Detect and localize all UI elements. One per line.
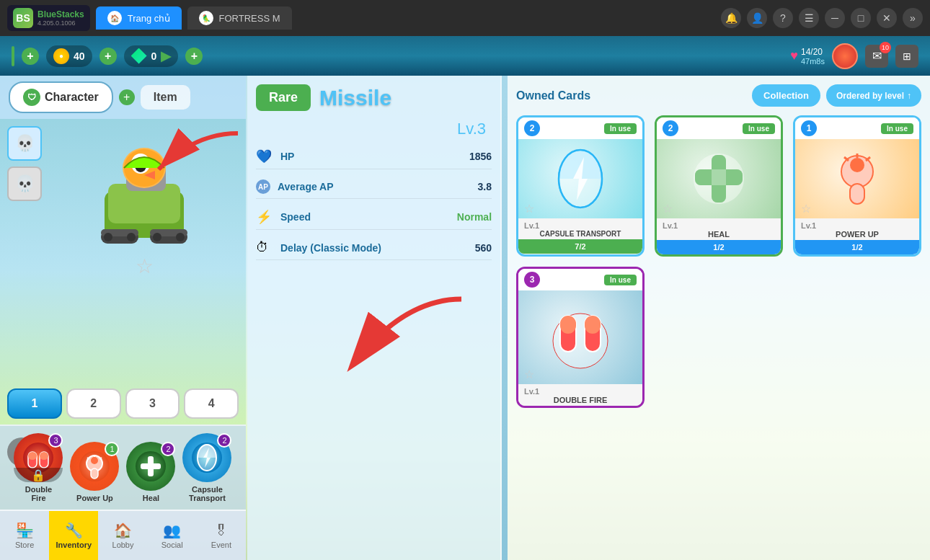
game-area: 🛡 Character + Item 💀 💀 xyxy=(0,76,930,560)
svg-rect-47 xyxy=(850,184,864,204)
nav-bar: 🏪 Store 🔧 Inventory 🏠 Lobby 👥 Social 🎖 E… xyxy=(0,510,246,560)
slot-btn-2[interactable]: 2 xyxy=(66,388,121,419)
capsule-star: ☆ xyxy=(524,202,534,215)
nav-inventory[interactable]: 🔧 Inventory xyxy=(49,511,98,560)
ordered-btn[interactable]: Ordered by level ↑ xyxy=(826,84,921,107)
skill-power-up[interactable]: 1 Power Up xyxy=(70,442,119,502)
minimize-btn[interactable]: ─ xyxy=(825,8,845,28)
capsule-card-image: ☆ xyxy=(518,139,642,218)
bs-name: BlueStacks xyxy=(37,9,84,19)
svg-rect-32 xyxy=(141,463,161,469)
capsule-name: CAPSULE TRANSPORT xyxy=(524,230,637,238)
hp-label: HP xyxy=(280,151,427,162)
card-powerup[interactable]: 1 In use ☆ Lv.1 POWER UP xyxy=(793,115,921,257)
close-btn[interactable]: ✕ xyxy=(877,8,897,28)
cards-header: Owned Cards Collection Ordered by level … xyxy=(516,84,921,107)
help-btn[interactable]: ? xyxy=(773,8,793,28)
skill-heal-wrap: 2 xyxy=(126,442,175,491)
char-badge-2[interactable]: 💀 xyxy=(7,166,42,201)
rarity-badge: Rare xyxy=(256,84,311,111)
skills-bar: 3 🔒 DoubleFire xyxy=(0,425,246,510)
stats-panel: Rare Missile Lv.3 💙 HP 1856 AP Average A… xyxy=(247,76,502,560)
v-divider xyxy=(502,76,508,560)
heal-label: Heal xyxy=(143,494,159,502)
slot-btn-4[interactable]: 4 xyxy=(184,388,239,419)
expand-btn[interactable]: » xyxy=(903,8,923,28)
nav-lobby-label: Lobby xyxy=(112,541,134,549)
double-fire-label: DoubleFire xyxy=(25,485,52,502)
nav-event[interactable]: 🎖 Event xyxy=(197,511,246,560)
svg-line-49 xyxy=(844,157,849,161)
heal-svg xyxy=(690,146,748,211)
add-heart-btn[interactable]: + xyxy=(185,48,203,65)
hearts-count: 14/20 xyxy=(801,47,825,57)
gem-icon xyxy=(131,48,147,64)
svg-rect-54 xyxy=(560,316,576,334)
coin-icon: ● xyxy=(53,48,69,64)
slot-btn-3[interactable]: 3 xyxy=(125,388,180,419)
card-heal[interactable]: 2 In use ☆ Lv.1 HEAL xyxy=(655,115,783,257)
account-btn[interactable]: 👤 xyxy=(747,8,767,28)
powerup-card-image: ☆ xyxy=(795,139,919,218)
maximize-btn[interactable]: □ xyxy=(851,8,871,28)
nav-event-label: Event xyxy=(211,541,231,549)
svg-rect-22 xyxy=(40,452,48,460)
lobby-icon: 🏠 xyxy=(114,522,132,539)
add-item-icon[interactable]: + xyxy=(119,89,135,105)
doublefire-star: ☆ xyxy=(524,368,534,381)
char-badge-1[interactable]: 💀 xyxy=(7,126,42,161)
card-capsule[interactable]: 2 In use ☆ Lv.1 CAPSULE TR xyxy=(516,115,645,257)
card-doublefire[interactable]: 3 In use ☆ Lv.1 DOUBLE F xyxy=(516,267,645,408)
skill-heal[interactable]: 2 Heal xyxy=(126,442,175,502)
skill-double-fire[interactable]: 3 🔒 DoubleFire xyxy=(14,433,63,502)
skill-capsule[interactable]: 2 CapsuleTransport xyxy=(182,433,231,502)
nav-store-label: Store xyxy=(15,541,34,549)
nav-store[interactable]: 🏪 Store xyxy=(0,511,49,560)
powerup-card-num: 1 xyxy=(801,120,817,136)
event-icon: 🎖 xyxy=(214,523,229,539)
bs-icon: BS xyxy=(13,8,33,28)
powerup-in-use: In use xyxy=(881,123,913,134)
svg-point-46 xyxy=(850,158,864,172)
game-topbar: + ● 40 + 0 ▶ + ♥ 14/20 47m8s ✉ 10 ⊞ xyxy=(0,36,930,76)
powerup-svg xyxy=(828,146,886,211)
skill-power-up-wrap: 1 xyxy=(70,442,119,491)
tab-character[interactable]: 🛡 Character xyxy=(9,81,113,113)
svg-point-16 xyxy=(153,233,161,241)
green-indicator xyxy=(12,46,14,66)
skull-icon-2: 💀 xyxy=(15,174,35,193)
nav-lobby[interactable]: 🏠 Lobby xyxy=(98,511,147,560)
capsule-card-num: 2 xyxy=(524,120,540,136)
doublefire-lv: Lv.1 xyxy=(524,387,637,396)
svg-point-15 xyxy=(127,233,136,241)
capsule-badge: 2 xyxy=(217,433,231,448)
heal-footer: Lv.1 HEAL xyxy=(657,218,781,240)
add-gold-btn[interactable]: + xyxy=(22,48,39,65)
tab-fortress[interactable]: 🦜 FORTRESS M xyxy=(187,6,292,30)
capsule-footer: Lv.1 CAPSULE TRANSPORT xyxy=(518,218,642,239)
menu-btn[interactable]: ☰ xyxy=(799,8,819,28)
delay-icon: ⏱ xyxy=(256,240,273,255)
powerup-progress: 1/2 xyxy=(795,240,919,254)
mail-badge: 10 xyxy=(880,42,891,53)
tab-item[interactable]: Item xyxy=(141,85,190,110)
grid-btn[interactable]: ⊞ xyxy=(895,45,918,68)
slot-btn-1[interactable]: 1 xyxy=(7,388,62,419)
tab-home[interactable]: 🏠 Trang chủ xyxy=(96,6,182,30)
nav-social[interactable]: 👥 Social xyxy=(148,511,197,560)
ap-icon: AP xyxy=(256,179,270,194)
tab-home-label: Trang chủ xyxy=(128,13,170,24)
player-avatar[interactable] xyxy=(832,43,858,69)
cards-panel: Owned Cards Collection Ordered by level … xyxy=(508,76,930,560)
collection-btn[interactable]: Collection xyxy=(752,84,820,107)
svg-rect-44 xyxy=(695,169,743,185)
gem-amount: 0 xyxy=(151,50,157,62)
bell-btn[interactable]: 🔔 xyxy=(721,8,741,28)
panel-tabs: 🛡 Character + Item xyxy=(0,76,246,119)
powerup-name: POWER UP xyxy=(801,230,913,239)
cards-row-1: 2 In use ☆ Lv.1 CAPSULE TR xyxy=(516,115,921,257)
hp-icon: 💙 xyxy=(256,148,273,164)
add-gem-btn[interactable]: + xyxy=(99,48,117,65)
stat-hp-row: 💙 HP 1856 xyxy=(256,144,492,169)
heal-card-num: 2 xyxy=(663,120,678,136)
